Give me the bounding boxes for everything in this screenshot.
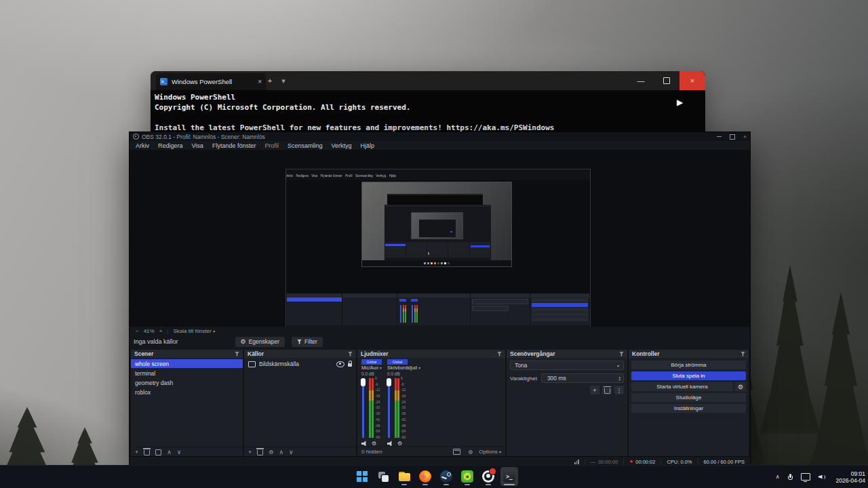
powershell-titlebar[interactable]: >_ Windows PowerShell × + ▾ — × <box>151 71 705 90</box>
meter-layout-icon[interactable] <box>453 449 460 455</box>
running-indicator <box>443 484 449 485</box>
preview-zoom-toolbar: − 41% + | Skala till fönster ▾ <box>130 327 750 335</box>
meter-tick-label: -60 <box>401 436 406 439</box>
remove-source-icon[interactable] <box>257 450 263 455</box>
menu-visa[interactable]: Visa <box>192 142 203 149</box>
maximize-button[interactable] <box>654 71 679 90</box>
chevron-down-icon: ▾ <box>499 450 501 454</box>
connection-bars-icon <box>574 460 579 464</box>
volume-slider[interactable] <box>388 378 390 438</box>
menu-verktyg[interactable]: Verktyg <box>331 142 351 149</box>
menu-flytande-fonster[interactable]: Flytande fönster <box>212 142 256 149</box>
stop-recording-button[interactable]: Sluta spela in <box>631 371 746 380</box>
preview-mini-menubar: ArkivRedigeraVisa Flytande fönsterProfil… <box>286 174 514 178</box>
zoom-out-button[interactable]: − <box>136 328 139 334</box>
taskbar-clock[interactable]: 09:01 2026-04-04 <box>836 470 865 484</box>
volume-slider[interactable] <box>362 378 364 438</box>
lock-icon[interactable] <box>348 363 352 367</box>
tab-dropdown-icon[interactable]: ▾ <box>278 76 289 85</box>
filters-button[interactable]: Filter <box>292 337 323 347</box>
maximize-icon[interactable] <box>730 134 735 140</box>
powershell-tab[interactable]: >_ Windows PowerShell × <box>156 73 266 90</box>
mixer-options-dropdown[interactable]: Options ▾ <box>479 449 501 455</box>
minimize-icon[interactable] <box>717 136 722 137</box>
start-button[interactable] <box>353 467 371 486</box>
start-streaming-button[interactable]: Börja strömma <box>631 361 746 369</box>
volume-tray-icon[interactable] <box>818 474 825 481</box>
task-view-button[interactable] <box>374 467 392 486</box>
menu-redigera[interactable]: Redigera <box>158 142 183 149</box>
transition-select[interactable]: Tona ▾ <box>510 361 624 370</box>
obs-titlebar[interactable]: OBS 32.0.1 - Profil: Namnlös - Scener: N… <box>130 132 750 141</box>
mixer-channel-desktop-audio: Global Skrivbordsljud ▾ 0.0 dB 0-6-12-18… <box>386 358 427 447</box>
virtual-camera-gear-button[interactable]: ⚙ <box>735 382 746 391</box>
meter-tick-label: -42 <box>375 418 380 422</box>
add-transition-button[interactable]: + <box>590 386 599 394</box>
obs-studio-button[interactable] <box>479 467 497 486</box>
geometry-dash-button[interactable] <box>458 467 476 486</box>
menu-arkiv[interactable]: Arkiv <box>136 142 149 149</box>
microphone-tray-icon[interactable] <box>788 474 793 481</box>
chevron-down-icon: ▾ <box>617 363 619 368</box>
settings-button[interactable]: Inställningar <box>631 404 746 413</box>
new-tab-button[interactable]: + <box>264 76 275 85</box>
tree-silhouette <box>760 264 821 434</box>
remove-transition-button[interactable] <box>602 386 612 394</box>
preview-captured-screen <box>361 182 512 267</box>
controls-panel-header: Kontroller <box>629 350 749 358</box>
display-source-icon <box>248 361 256 367</box>
visibility-eye-icon[interactable] <box>336 361 344 367</box>
terminal-button[interactable]: >_ <box>500 467 518 486</box>
obs-window: OBS 32.0.1 - Profil: Namnlös - Scener: N… <box>129 131 751 467</box>
filter-funnel-icon[interactable] <box>497 352 502 357</box>
remove-scene-icon[interactable] <box>144 450 150 455</box>
move-scene-up-icon[interactable]: ∧ <box>167 449 172 455</box>
steam-icon <box>440 470 452 483</box>
source-row-display-capture[interactable]: Bildskärmskälla <box>244 359 356 369</box>
menu-profil[interactable]: Profil <box>264 142 279 149</box>
firefox-button[interactable] <box>416 467 434 486</box>
powershell-window: >_ Windows PowerShell × + ▾ — × Windows … <box>151 71 705 139</box>
move-source-down-icon[interactable]: ∨ <box>289 449 294 455</box>
tray-overflow-chevron[interactable]: ∧ <box>776 474 780 480</box>
studio-mode-button[interactable]: Studioläge <box>631 393 746 402</box>
scale-to-window-dropdown[interactable]: Skala till fönster ▾ <box>173 328 215 334</box>
scene-filters-icon[interactable] <box>155 449 161 455</box>
scene-row-whole-screen[interactable]: whole screen <box>131 359 243 368</box>
start-virtual-camera-button[interactable]: Starta virtuell kamera <box>631 382 733 391</box>
menu-hjalp[interactable]: Hjälp <box>361 142 375 149</box>
scene-row-roblox[interactable]: roblox <box>131 388 243 396</box>
advanced-audio-icon[interactable]: ⚙ <box>467 449 473 454</box>
file-explorer-button[interactable] <box>395 467 413 486</box>
source-properties-gear-icon[interactable]: ⚙ <box>269 449 273 455</box>
minimize-button[interactable]: — <box>628 71 654 90</box>
sources-toolbar: + ⚙ ∧ ∨ <box>244 447 356 457</box>
steam-button[interactable] <box>437 467 455 486</box>
filter-funnel-icon[interactable] <box>619 352 624 357</box>
move-scene-down-icon[interactable]: ∨ <box>177 449 182 455</box>
add-source-button[interactable]: + <box>248 449 252 455</box>
move-source-up-icon[interactable]: ∧ <box>279 449 283 455</box>
filter-funnel-icon[interactable] <box>235 352 239 357</box>
filter-funnel-icon[interactable] <box>741 352 745 357</box>
gear-icon: ⚙ <box>241 339 246 345</box>
volume-slider-handle[interactable] <box>387 378 391 386</box>
channel-volume-db: 0.0 dB <box>386 371 427 376</box>
duration-spinbox[interactable]: 300 ms ▴▾ <box>541 373 624 383</box>
volume-slider-handle[interactable] <box>361 378 366 386</box>
add-scene-button[interactable]: + <box>135 449 138 455</box>
scene-row-terminal[interactable]: terminal <box>131 369 243 378</box>
network-tray-icon[interactable] <box>801 473 810 481</box>
properties-button[interactable]: ⚙ Egenskaper <box>235 337 285 347</box>
meter-tick-label: -60 <box>375 436 380 439</box>
preview-canvas[interactable]: OBS 32.0.1 - Profil: Namnlös - Scener: N… <box>285 169 591 337</box>
transition-properties-button[interactable]: ⋮ <box>614 386 624 394</box>
filter-funnel-icon[interactable] <box>348 352 353 357</box>
scene-row-geometry-dash[interactable]: geometry dash <box>131 378 243 387</box>
zoom-in-button[interactable]: + <box>159 328 163 334</box>
channel-name-dropdown[interactable]: Skrivbordsljud ▾ <box>386 365 427 370</box>
close-button[interactable]: × <box>679 71 705 90</box>
tab-close-icon[interactable]: × <box>258 79 262 85</box>
close-icon[interactable]: × <box>743 134 747 140</box>
menu-scensamling[interactable]: Scensamling <box>288 142 323 149</box>
